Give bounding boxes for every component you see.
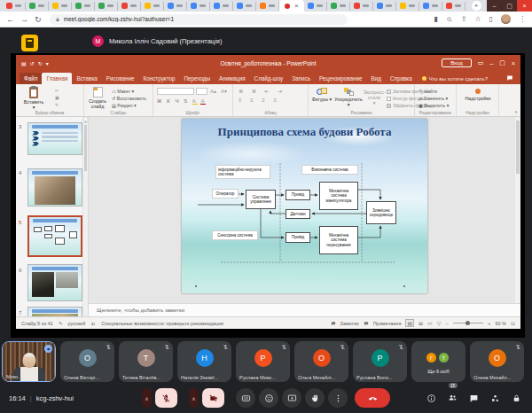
- shrink-font-icon[interactable]: A▾: [221, 88, 227, 94]
- bookmark-star-icon[interactable]: ☆: [474, 15, 481, 23]
- participant-tile-presenter[interactable]: Мико...: [2, 341, 56, 382]
- view-slideshow-icon[interactable]: ▽: [437, 320, 442, 326]
- address-bar[interactable]: meet.google.com/kcg-zshv-hui?authuser=1: [50, 14, 348, 25]
- view-sorter-icon[interactable]: ⊞: [419, 320, 423, 326]
- zoom-out-button[interactable]: −: [445, 321, 449, 326]
- share-icon[interactable]: ⇪: [461, 15, 467, 23]
- font-style-buttons[interactable]: Ж К Ч S A A: [157, 98, 206, 104]
- overflow-participants-tile[interactable]: Г Т Ще 6 осіб: [411, 341, 466, 382]
- camera-options-chevron-icon[interactable]: ∧: [189, 388, 199, 408]
- participant-tile[interactable]: Р Руслана Воло...: [353, 341, 407, 382]
- participant-tile[interactable]: Р Руслана Мико...: [236, 341, 290, 382]
- tab-record[interactable]: Запись: [287, 73, 315, 84]
- browser-tab[interactable]: [256, 2, 279, 11]
- participant-tile[interactable]: О Олена Михайл...: [470, 341, 524, 382]
- participant-tile[interactable]: О Олена Вікторі...: [60, 341, 114, 382]
- browser-tab[interactable]: [210, 2, 233, 11]
- browser-tab[interactable]: [164, 2, 187, 11]
- comments-toggle[interactable]: Примечания: [373, 321, 402, 326]
- browser-tab[interactable]: [304, 2, 327, 11]
- close-button[interactable]: ×: [517, 0, 532, 12]
- addins-button[interactable]: Надстройки: [462, 89, 494, 101]
- tab-file[interactable]: Файл: [20, 73, 42, 84]
- reactions-button[interactable]: [259, 388, 278, 408]
- browser-tab[interactable]: [72, 2, 95, 11]
- tab-transitions[interactable]: Переходы: [179, 73, 215, 84]
- qat-more-icon[interactable]: ▾: [46, 60, 49, 66]
- browser-tab-active-meet[interactable]: ×: [279, 0, 304, 12]
- side-panel-icon[interactable]: ▯: [489, 15, 493, 23]
- zoom-search-icon[interactable]: [446, 16, 453, 23]
- notes-toggle[interactable]: Заметки: [340, 321, 359, 326]
- browser-tab[interactable]: [373, 2, 396, 11]
- browser-tab[interactable]: [187, 2, 210, 11]
- canvas-scrollbar[interactable]: [515, 117, 520, 303]
- paste-button[interactable]: Вставить▾: [20, 87, 47, 110]
- cut-icon[interactable]: ✂: [55, 88, 59, 93]
- mic-options-chevron-icon[interactable]: ∧: [142, 388, 152, 408]
- fit-to-window-icon[interactable]: ⊡: [511, 320, 515, 326]
- ppt-maximize-button[interactable]: ▢: [499, 59, 505, 66]
- shapes-button[interactable]: Фигуры ▾: [311, 88, 332, 102]
- scrollbar-thumb[interactable]: [84, 125, 87, 171]
- new-slide-button[interactable]: Создать слайд: [86, 87, 109, 109]
- scrollbar-up-icon[interactable]: ▴: [83, 117, 88, 123]
- media-controls-icon[interactable]: ▮: [434, 15, 437, 23]
- tab-close-icon[interactable]: ×: [294, 0, 299, 12]
- sign-in-button[interactable]: Вход: [442, 58, 472, 67]
- collapse-ribbon-icon[interactable]: ∧: [514, 109, 518, 114]
- reload-button[interactable]: ↻: [35, 15, 42, 24]
- tab-review[interactable]: Рецензирование: [315, 73, 367, 84]
- chat-panel-icon[interactable]: [469, 394, 479, 403]
- copy-icon[interactable]: ▣: [55, 95, 59, 100]
- camera-toggle-button[interactable]: [202, 388, 224, 408]
- participant-tile[interactable]: О Ольга Михайлі...: [294, 341, 348, 382]
- thumbnail-slide-5-selected[interactable]: [27, 215, 82, 257]
- alignment-buttons[interactable]: ≡ ≡ ≡ ≡: [239, 97, 280, 103]
- browser-tab[interactable]: [49, 2, 72, 11]
- browser-tab[interactable]: [95, 2, 118, 11]
- more-options-button[interactable]: [328, 388, 348, 408]
- browser-tab[interactable]: [350, 2, 373, 11]
- tell-me-box[interactable]: Что вы хотите сделать?: [422, 73, 488, 84]
- captions-button[interactable]: [236, 388, 255, 408]
- browser-tab[interactable]: [141, 2, 164, 11]
- thumbnail-slide-7[interactable]: [27, 307, 82, 316]
- reset-button[interactable]: ↺ Восстановить: [112, 96, 146, 101]
- participant-tile[interactable]: Т Тетяна Віталіїв...: [119, 341, 173, 382]
- browser-tab[interactable]: [233, 2, 256, 11]
- view-normal-icon[interactable]: ▤: [405, 319, 414, 327]
- ppt-close-button[interactable]: ×: [512, 60, 515, 66]
- thumbnail-slide-3[interactable]: [27, 122, 82, 155]
- minimize-button[interactable]: –: [487, 0, 502, 12]
- zoom-slider[interactable]: [453, 323, 483, 324]
- language-indicator[interactable]: русский: [68, 321, 86, 326]
- maximize-button[interactable]: ▢: [502, 0, 517, 12]
- browser-tab[interactable]: [327, 2, 350, 11]
- highlight-color-icon[interactable]: A: [192, 98, 198, 105]
- feedback-icon[interactable]: [506, 74, 513, 82]
- section-button[interactable]: ▤ Раздел ▾: [112, 103, 137, 108]
- zoom-in-button[interactable]: +: [488, 321, 491, 326]
- view-reading-icon[interactable]: ▭: [427, 320, 433, 326]
- arrange-button[interactable]: Упорядочить ▾: [333, 88, 364, 107]
- list-buttons[interactable]: ≣ ≣ ⇤ ⇥: [239, 88, 286, 94]
- browser-tab[interactable]: [118, 2, 141, 11]
- meeting-details-icon[interactable]: [426, 394, 436, 403]
- layout-button[interactable]: ▭ Макет ▾: [112, 89, 134, 94]
- tab-home[interactable]: Главная: [42, 73, 72, 84]
- spell-check-icon[interactable]: ✎: [59, 321, 63, 326]
- raise-hand-button[interactable]: [305, 388, 325, 408]
- font-size-box[interactable]: [196, 88, 207, 95]
- save-icon[interactable]: ▤: [21, 60, 27, 66]
- presentation-indicator-icon[interactable]: [21, 35, 38, 51]
- tab-animations[interactable]: Анимация: [215, 73, 250, 84]
- browser-menu-icon[interactable]: ⋮: [519, 15, 526, 23]
- tab-draw[interactable]: Рисование: [102, 73, 139, 84]
- accessibility-status[interactable]: Специальные возможности: проверьте реком…: [101, 321, 223, 326]
- notes-pane[interactable]: Щелкните, чтобы добавить заметки: [89, 303, 520, 316]
- tab-help[interactable]: Справка: [386, 73, 417, 84]
- ppt-minimize-button[interactable]: –: [489, 60, 493, 66]
- leave-call-button[interactable]: [355, 388, 390, 408]
- tab-view[interactable]: Вид: [367, 73, 386, 84]
